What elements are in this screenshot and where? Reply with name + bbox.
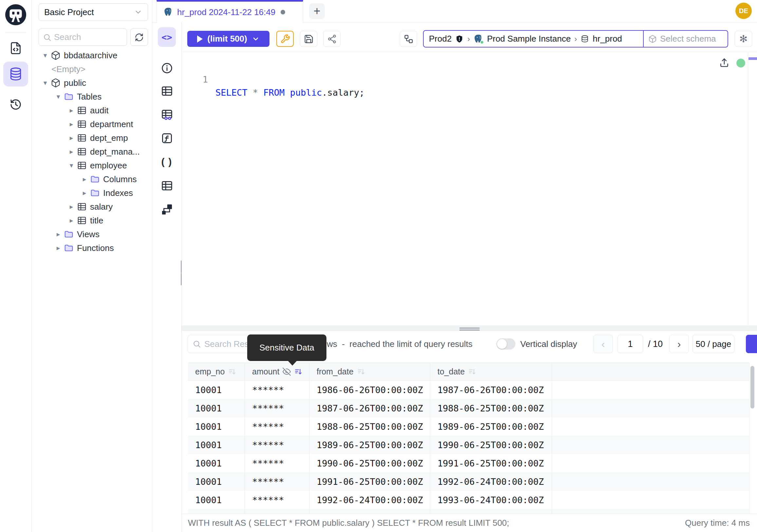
ai-assistant-button[interactable]: ✻	[735, 31, 752, 47]
tree-caret-icon[interactable]: ▸	[66, 134, 77, 142]
share-sheet-button[interactable]	[323, 31, 341, 47]
tree-item[interactable]: ▸ Views	[32, 227, 152, 241]
cell-to-date[interactable]: 1994-06-24T00:00:00Z	[430, 509, 552, 514]
tree-item[interactable]: ▸ Functions	[32, 241, 152, 255]
cell-amount-masked[interactable]: ******	[245, 417, 309, 436]
history-icon[interactable]	[8, 97, 23, 112]
cell-to-date[interactable]: 1989-06-25T00:00:00Z	[430, 417, 552, 436]
tree-item[interactable]: ▾ employee	[32, 159, 152, 172]
tree-caret-icon[interactable]: ▾	[53, 93, 64, 101]
worksheet-icon[interactable]	[8, 41, 23, 56]
run-query-button[interactable]: (limit 500)	[187, 31, 269, 47]
cell-from-date[interactable]: 1990-06-25T00:00:00Z	[309, 454, 430, 472]
tree-item[interactable]: ▾ Tables	[32, 90, 152, 104]
sidebar-search[interactable]	[39, 28, 127, 46]
bytebase-logo-icon[interactable]	[4, 3, 27, 26]
new-tab-button[interactable]: +	[309, 3, 325, 19]
table-row[interactable]: 10001 ****** 1990-06-25T00:00:00Z 1991-0…	[188, 454, 749, 472]
refresh-button[interactable]	[130, 28, 148, 46]
tree-item[interactable]: <Empty>	[32, 62, 152, 76]
cell-emp-no[interactable]: 10001	[188, 381, 245, 399]
cell-amount-masked[interactable]: ******	[245, 509, 309, 514]
tree-item[interactable]: ▸ dept_mana...	[32, 145, 152, 159]
table-row[interactable]: 10001 ****** 1993-06-24T00:00:00Z 1994-0…	[188, 509, 749, 514]
cell-from-date[interactable]: 1988-06-25T00:00:00Z	[309, 417, 430, 436]
tree-item[interactable]: ▾ bbdataarchive	[32, 48, 152, 62]
sidebar-search-input[interactable]	[54, 32, 123, 42]
tree-caret-icon[interactable]: ▸	[66, 203, 77, 211]
schema-diagram-icon[interactable]	[160, 203, 174, 216]
connection-breadcrumb[interactable]: Prod2 ›	[423, 30, 728, 47]
tree-caret-icon[interactable]: ▸	[79, 175, 90, 183]
cell-emp-no[interactable]: 10001	[188, 491, 245, 509]
tree-item[interactable]: ▸ dept_emp	[32, 131, 152, 145]
cell-emp-no[interactable]: 10001	[188, 399, 245, 417]
tree-item[interactable]: ▸ salary	[32, 200, 152, 214]
masked-table-icon[interactable]	[160, 108, 174, 122]
cell-from-date[interactable]: 1991-06-25T00:00:00Z	[309, 472, 430, 491]
cell-from-date[interactable]: 1993-06-24T00:00:00Z	[309, 509, 430, 514]
cell-to-date[interactable]: 1992-06-24T00:00:00Z	[430, 472, 552, 491]
table-row[interactable]: 10001 ****** 1988-06-25T00:00:00Z 1989-0…	[188, 417, 749, 436]
tree-item[interactable]: ▾ public	[32, 76, 152, 90]
tree-caret-icon[interactable]: ▾	[40, 79, 51, 87]
sql-editor-pane-button[interactable]: <>	[158, 27, 176, 47]
column-header-amount[interactable]: amount	[245, 363, 309, 380]
export-button[interactable]	[746, 335, 757, 353]
select-schema[interactable]: Select schema	[643, 31, 728, 47]
database-nav-icon[interactable]	[3, 62, 28, 86]
table-row[interactable]: 10001 ****** 1986-06-26T00:00:00Z 1987-0…	[188, 381, 749, 399]
cell-emp-no[interactable]: 10001	[188, 436, 245, 454]
page-size-select[interactable]: 50 / page	[692, 335, 734, 353]
table-row[interactable]: 10001 ****** 1991-06-25T00:00:00Z 1992-0…	[188, 472, 749, 491]
tree-caret-icon[interactable]: ▸	[53, 230, 64, 238]
column-header-emp-no[interactable]: emp_no	[188, 363, 245, 380]
functions-panel-icon[interactable]	[160, 131, 174, 145]
cell-to-date[interactable]: 1991-06-25T00:00:00Z	[430, 454, 552, 472]
tables-panel-icon[interactable]	[160, 84, 174, 98]
tree-caret-icon[interactable]: ▸	[79, 189, 90, 197]
info-icon[interactable]	[160, 61, 174, 75]
cell-from-date[interactable]: 1987-06-26T00:00:00Z	[309, 399, 430, 417]
column-header-to-date[interactable]: to_date	[430, 363, 552, 380]
cell-emp-no[interactable]: 10001	[188, 454, 245, 472]
tree-item[interactable]: ▸ Columns	[32, 172, 152, 186]
table-row[interactable]: 10001 ****** 1987-06-26T00:00:00Z 1988-0…	[188, 399, 749, 417]
next-page-button[interactable]: ›	[669, 335, 689, 353]
sort-icon-active[interactable]	[294, 367, 303, 376]
eye-off-icon[interactable]	[283, 367, 291, 376]
cell-to-date[interactable]: 1987-06-26T00:00:00Z	[430, 381, 552, 399]
cell-to-date[interactable]: 1993-06-24T00:00:00Z	[430, 491, 552, 509]
cell-emp-no[interactable]: 10001	[188, 472, 245, 491]
page-number-input[interactable]	[618, 335, 643, 353]
tree-caret-icon[interactable]: ▸	[66, 148, 77, 156]
project-selector[interactable]: Basic Project	[39, 3, 148, 21]
column-header-from-date[interactable]: from_date	[309, 363, 430, 380]
cell-amount-masked[interactable]: ******	[245, 381, 309, 399]
table-row[interactable]: 10001 ****** 1989-06-25T00:00:00Z 1990-0…	[188, 436, 749, 454]
editor-scrollbar[interactable]	[748, 52, 748, 326]
cell-amount-masked[interactable]: ******	[245, 472, 309, 491]
vertical-display-toggle[interactable]	[497, 338, 515, 350]
tree-item[interactable]: ▸ Indexes	[32, 186, 152, 200]
avatar[interactable]: DE	[735, 3, 752, 19]
panel-resize-handle[interactable]	[182, 326, 757, 331]
procedures-panel-icon[interactable]: ( )	[160, 155, 174, 169]
cell-amount-masked[interactable]: ******	[245, 491, 309, 509]
cell-amount-masked[interactable]: ******	[245, 399, 309, 417]
tree-caret-icon[interactable]: ▸	[66, 107, 77, 114]
connection-button[interactable]	[400, 31, 417, 47]
tree-caret-icon[interactable]: ▸	[66, 217, 77, 224]
tree-caret-icon[interactable]: ▸	[66, 120, 77, 128]
cell-amount-masked[interactable]: ******	[245, 454, 309, 472]
sort-icon[interactable]	[468, 367, 476, 376]
tree-caret-icon[interactable]: ▾	[66, 162, 77, 169]
cell-emp-no[interactable]: 10001	[188, 509, 245, 514]
tree-item[interactable]: ▸ title	[32, 214, 152, 227]
sort-icon[interactable]	[357, 367, 365, 376]
tab-hr-prod[interactable]: hr_prod 2024-11-22 16:49	[157, 0, 303, 23]
cell-emp-no[interactable]: 10001	[188, 417, 245, 436]
prev-page-button[interactable]: ‹	[593, 335, 613, 353]
cell-amount-masked[interactable]: ******	[245, 436, 309, 454]
cell-from-date[interactable]: 1986-06-26T00:00:00Z	[309, 381, 430, 399]
